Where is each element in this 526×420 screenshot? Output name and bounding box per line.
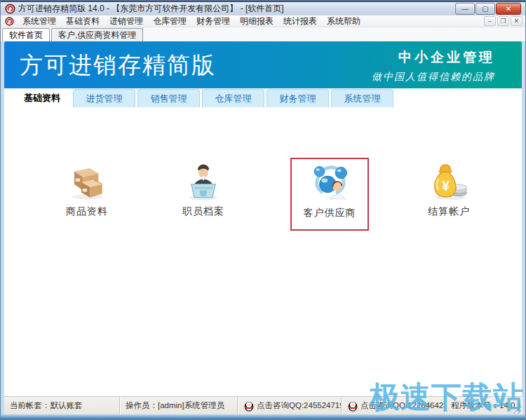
- status-qq-contact-1[interactable]: 点击咨询QQ:2455247199: [238, 397, 342, 414]
- tab-base-data[interactable]: 基础资料: [13, 89, 71, 107]
- window-title: 方可进销存精简版 14.0 - 【东莞市方可软件开发有限公司】 - [软件首页]: [18, 3, 455, 15]
- app-window: 方可进销存精简版 14.0 - 【东莞市方可软件开发有限公司】 - [软件首页]…: [0, 0, 526, 420]
- status-operator: 操作员：[admin]系统管理员: [120, 397, 238, 414]
- menu-item-stats-report[interactable]: 统计报表: [278, 15, 322, 27]
- tab-sales-manage[interactable]: 销售管理: [137, 89, 200, 107]
- menu-item-finance[interactable]: 财务管理: [191, 15, 235, 27]
- slogan-sub: 做中国人值得信赖的品牌: [372, 71, 495, 83]
- category-tab-strip: 基础资料 进货管理 销售管理 仓库管理 财务管理 系统管理: [4, 88, 522, 107]
- home-content: 商品资料 职员档案: [4, 107, 522, 396]
- product-title: 方可进销存精简版: [20, 50, 216, 81]
- qq-penguin-icon: [347, 400, 358, 412]
- window-body: 方可进销存精简版 中小企业管理 做中国人值得信赖的品牌 基础资料 进货管理 销售…: [1, 41, 525, 414]
- mdi-tab-strip: 软件首页 客户,供应商资料管理: [1, 27, 525, 41]
- app-logo-icon: [5, 17, 14, 26]
- mdi-restore-button[interactable]: ❐: [497, 16, 509, 26]
- menu-item-system-manage[interactable]: 系统管理: [18, 15, 61, 27]
- status-qq2-label: 点击咨询QQ:1226464238: [360, 400, 445, 411]
- maximize-button[interactable]: ▢: [476, 3, 495, 15]
- tab-finance-manage[interactable]: 财务管理: [267, 89, 329, 107]
- status-qq-contact-2[interactable]: 点击咨询QQ:1226464238: [342, 397, 445, 414]
- shortcut-goods-data[interactable]: 商品资料: [48, 158, 126, 231]
- staff-archive-icon: [183, 161, 224, 202]
- resize-grip[interactable]: [513, 406, 521, 414]
- menu-item-help[interactable]: 系统帮助: [322, 15, 365, 27]
- mdi-close-button[interactable]: ✕: [511, 16, 522, 26]
- header-banner: 方可进销存精简版 中小企业管理 做中国人值得信赖的品牌: [4, 41, 522, 88]
- menu-item-detail-report[interactable]: 明细报表: [235, 15, 278, 27]
- goods-boxes-icon: [67, 161, 107, 202]
- settlement-account-icon: ¥: [429, 161, 469, 202]
- shortcut-staff-archive[interactable]: 职员档案: [164, 158, 243, 231]
- status-version: 程序版本号：14.0.1.513: [445, 397, 522, 414]
- mdi-tab-customer-supplier[interactable]: 客户,供应商资料管理: [51, 28, 143, 41]
- svg-text:¥: ¥: [442, 178, 450, 194]
- shortcut-customer-supplier[interactable]: 客户供应商: [290, 158, 369, 231]
- shortcut-label: 职员档案: [164, 205, 243, 218]
- minimize-button[interactable]: —: [455, 3, 475, 15]
- tab-warehouse-manage[interactable]: 仓库管理: [202, 89, 264, 107]
- qq-penguin-icon: [243, 400, 255, 412]
- window-bottom-frame: [1, 414, 525, 419]
- shortcut-label: 结算帐户: [410, 205, 488, 218]
- menu-item-purchase-sale[interactable]: 进销管理: [104, 15, 148, 27]
- shortcut-settlement-account[interactable]: ¥ 结算帐户: [410, 158, 488, 231]
- customer-supplier-icon: [309, 163, 350, 203]
- status-qq1-label: 点击咨询QQ:2455247199: [257, 400, 342, 411]
- shortcut-label: 商品资料: [48, 205, 126, 218]
- close-button[interactable]: ✕: [496, 3, 521, 15]
- status-bar: 当前帐套：默认账套 操作员：[admin]系统管理员 点击咨询QQ:245524…: [4, 396, 522, 414]
- status-account: 当前帐套：默认账套: [4, 397, 120, 414]
- menu-item-warehouse[interactable]: 仓库管理: [148, 15, 191, 27]
- tab-purchase-manage[interactable]: 进货管理: [73, 89, 135, 107]
- menu-bar: 系统管理 基础资料 进销管理 仓库管理 财务管理 明细报表 统计报表 系统帮助 …: [1, 15, 525, 27]
- app-logo-icon: [5, 4, 15, 14]
- mdi-minimize-button[interactable]: –: [484, 16, 496, 26]
- tab-system-manage[interactable]: 系统管理: [331, 89, 393, 107]
- title-bar: 方可进销存精简版 14.0 - 【东莞市方可软件开发有限公司】 - [软件首页]…: [1, 1, 525, 15]
- slogan-main: 中小企业管理: [372, 48, 495, 67]
- menu-item-base-data[interactable]: 基础资料: [61, 15, 104, 27]
- mdi-tab-home[interactable]: 软件首页: [2, 28, 50, 41]
- status-version-label: 程序版本号：14.0.1.513: [451, 400, 522, 411]
- shortcut-label: 客户供应商: [292, 207, 367, 219]
